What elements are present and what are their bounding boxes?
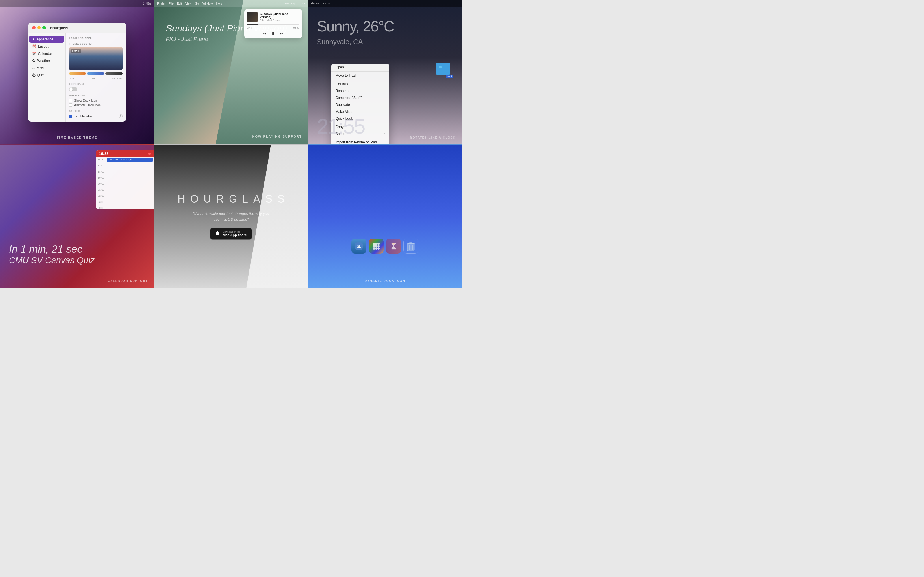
cell5-content: HOURGLASS "dynamic wallpaper that change… [172,193,290,240]
stuff-folder-icon [436,63,450,75]
sidebar-item-misc[interactable]: ··· Misc [29,64,64,71]
context-compress-label: Compress "Stuff" [336,96,362,100]
sidebar-label-calendar: Calendar [38,52,52,56]
menu-finder[interactable]: Finder [157,2,165,5]
sidebar-item-appearance[interactable]: ✦ Apperance [29,36,64,43]
context-open[interactable]: Open [331,64,389,71]
forecast-toggle-row [69,87,123,91]
dock-icon-trash[interactable] [403,239,418,254]
theme-time: 08:00 [71,49,82,53]
time-current: 0:44 [247,27,252,29]
cell-dynamic-dock: DYNAMIC DOCK ICON [308,144,462,288]
context-import-label: Import from iPhone or iPad [336,140,377,144]
context-make-alias[interactable]: Make Alias [331,108,389,115]
sidebar-item-calendar[interactable]: 📅 Calendar [29,50,64,57]
svg-point-12 [375,247,377,250]
dock-icon-hourglass[interactable] [386,239,401,254]
menubar-right-cell2: Wed Aug 18 5:43 [285,2,305,5]
cell1-footer-label: TIME BASED THEME [0,136,153,139]
cell6-footer-label: DYNAMIC DOCK ICON [365,279,405,282]
sky-color-bar[interactable] [87,73,104,75]
sidebar-label-appearance: Apperance [37,37,53,41]
cal-time-label-1700: 17:00 [96,163,106,169]
forecast-label: FORECAST [69,82,123,85]
toggle-knob [69,87,73,91]
cell4-footer-label: CALENDAR SUPPORT [108,279,148,282]
cal-event[interactable]: CMU SV Canvas Quiz [107,158,153,161]
context-rename[interactable]: Rename [331,87,389,94]
widget-times: 0:44 03:32 [247,27,299,29]
context-duplicate-label: Duplicate [336,103,350,107]
context-move-to-trash[interactable]: Move to Trash [331,72,389,79]
cal-row-2300: 23:00 [96,199,153,205]
animate-dock-checkbox[interactable] [69,103,73,107]
sidebar-label-misc: Misc [37,66,44,70]
sidebar-item-weather[interactable]: 🌤 Weather [29,57,64,64]
widget-info: Sundays (Just Piano Version) FKJ – Just … [260,13,299,22]
show-dock-label: Show Dock Icon [74,99,97,102]
menubar-left: Finder File Edit View Go Window Help [157,2,222,5]
settings-title: Hourglass [50,26,68,30]
show-dock-checkbox[interactable] [69,99,73,102]
menubar-datetime: Wed Aug 18 5:43 [285,2,305,5]
theme-colors-label: THEME COLORS [69,42,123,45]
cal-body: 16:30 CMU SV Canvas Quiz 17:00 18:00 19:… [96,157,153,209]
menu-view[interactable]: View [186,2,192,5]
menu-go[interactable]: Go [195,2,199,5]
cal-time-label-1900: 19:00 [96,175,106,181]
progress-bar[interactable] [247,24,299,25]
cell-rotates-like-clock: Thu Aug 19 21:55 Sunny, 26°C Sunnyvale, … [308,0,462,144]
hourglass-logo-text: HOURGLASS [172,193,290,205]
context-rename-label: Rename [336,89,349,93]
widget-controls: ⏮ ⏸ ⏭ [247,31,299,35]
close-dot[interactable] [32,26,36,29]
menu-edit[interactable]: Edit [177,2,182,5]
context-get-info[interactable]: Get Info [331,81,389,87]
context-import[interactable]: Import from iPhone or iPad › [331,139,389,144]
ground-color-bar[interactable] [105,73,123,75]
share-chevron: › [384,132,385,135]
system-label: SYSTEM [69,110,123,113]
cal-time-display: 16:28 [99,152,108,156]
sun-color-bar[interactable] [69,73,86,75]
minimize-dot[interactable] [37,26,41,29]
cal-empty-2200 [106,193,153,199]
context-compress[interactable]: Compress "Stuff" [331,94,389,101]
menu-help[interactable]: Help [216,2,222,5]
cal-recording-dot [149,153,151,155]
cal-row-1900: 19:00 [96,175,153,181]
event-name-display: CMU SV Canvas Quiz [9,255,95,265]
settings-content: LOOK AND FEEL THEME COLORS 08:00 SUN SKY… [66,33,126,122]
color-sliders [69,73,123,75]
cal-empty-2100 [106,187,153,193]
menu-window[interactable]: Window [202,2,213,5]
cal-row-0000: 00:00 [96,205,153,209]
help-icon[interactable]: ? [119,114,123,118]
sidebar-item-layout[interactable]: ⏰ Layout [29,43,64,50]
tint-menubar-checkbox[interactable] [69,114,73,118]
sidebar-label-quit: Quit [37,73,44,77]
widget-top: Sundays (Just Piano Version) FKJ – Just … [247,12,299,22]
forecast-toggle[interactable] [69,87,77,91]
cal-empty-2300 [106,199,153,205]
svg-point-11 [373,247,375,250]
menu-file[interactable]: File [169,2,174,5]
dock-icon-launchpad[interactable] [369,239,384,254]
maximize-dot[interactable] [42,26,46,29]
tint-menubar-label: Tint Menubar [74,114,93,118]
stuff-label: Stuff [446,75,453,78]
widget-song: Sundays (Just Piano Version) [260,13,299,19]
svg-point-4 [359,245,360,247]
next-button[interactable]: ⏭ [280,31,284,35]
prev-button[interactable]: ⏮ [262,31,267,35]
city-display: Sunnyvale, CA [317,38,363,46]
cell-calendar-support: 16:28 16:30 CMU SV Canvas Quiz 17:00 18:… [0,144,154,288]
app-store-button[interactable]: Download on the Mac App Store [210,228,252,240]
pause-button[interactable]: ⏸ [271,31,275,35]
cell3-footer-label: ROTATES LIKE A CLOCK [410,136,456,139]
context-duplicate[interactable]: Duplicate [331,101,389,108]
sidebar-item-quit[interactable]: ⏻ Quit [29,72,64,79]
cal-empty-2000 [106,181,153,187]
dock-icon-finder[interactable] [351,239,367,254]
cal-empty-1800 [106,169,153,175]
